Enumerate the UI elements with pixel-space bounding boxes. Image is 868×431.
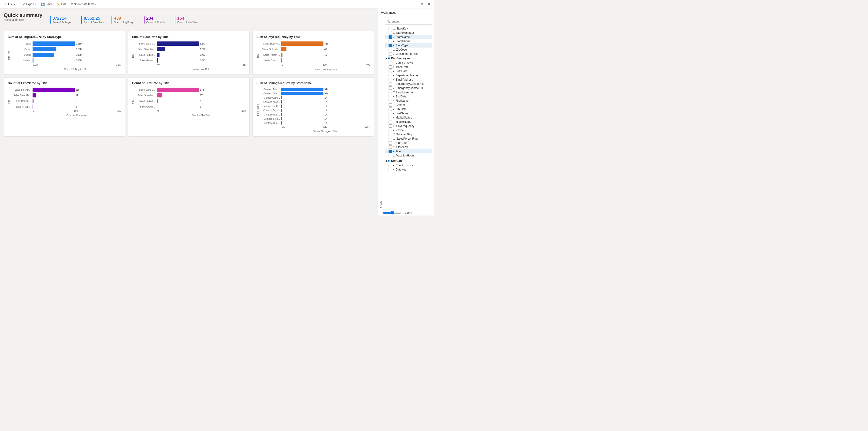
field-employeekey[interactable]: ΣEmployeeKey — [385, 90, 432, 94]
checkbox[interactable] — [389, 69, 392, 73]
field-storephone[interactable]: ▪StorePhone — [385, 39, 432, 43]
checkbox[interactable]: ✓ — [389, 44, 392, 47]
checkbox[interactable] — [389, 120, 392, 123]
field-icon: ▪ — [393, 112, 394, 115]
field-icon: ▪ — [393, 168, 394, 171]
field-storetype[interactable]: ✓▪StoreType — [385, 43, 432, 48]
bar-row: Sales State Ma... 19 — [11, 93, 121, 97]
checkbox[interactable] — [389, 74, 392, 77]
field-middlename[interactable]: ▪MiddleName — [385, 120, 432, 124]
window-close-button[interactable]: ✕ — [426, 2, 432, 7]
chart-content: Contoso Asia ... 94K Contoso Asia ... 94… — [260, 88, 370, 132]
kpi-indicator — [50, 16, 51, 24]
field-vacationhours[interactable]: ΣVacationHours — [385, 153, 432, 158]
field-lastname[interactable]: ▪LastName — [385, 111, 432, 116]
checkbox[interactable] — [389, 31, 392, 34]
checkbox[interactable] — [389, 112, 392, 115]
bar-value: 10 — [324, 54, 327, 56]
field-birthdate[interactable]: ▪BirthDate — [385, 69, 432, 73]
bar-container — [157, 47, 199, 51]
checkbox[interactable] — [389, 61, 392, 64]
chart-card-chart5: Count of HireDate by Title Title Sales S… — [128, 77, 250, 136]
field-emailaddress[interactable]: ▪EmailAddress — [385, 78, 432, 82]
checkbox[interactable] — [389, 133, 392, 136]
filters-tab[interactable]: Filters — [378, 17, 383, 210]
bar-row-inner: 1K — [281, 117, 327, 120]
field-icon: ▪ — [393, 116, 394, 119]
field-storename[interactable]: ✓▪StoreName — [385, 35, 432, 39]
checkbox[interactable] — [389, 48, 392, 51]
sigma-icon: Σ — [393, 66, 395, 68]
field-baserate[interactable]: ΣBaseRate — [385, 65, 432, 69]
field-maritalstatus[interactable]: ▪MaritalStatus — [385, 116, 432, 120]
kpi-item-1: 8,352.25 Sum of BaseRate — [81, 16, 104, 24]
zoom-slider[interactable] — [383, 211, 401, 215]
field-storemanager[interactable]: ΣStoreManager — [385, 31, 432, 35]
save-button[interactable]: 💾 Save — [39, 2, 54, 7]
field-emergencycontactph...[interactable]: ▪EmergencyContactPh... — [385, 86, 432, 90]
edit-button[interactable]: ✏️ Edit — [55, 2, 68, 7]
checkbox[interactable] — [389, 141, 392, 145]
field-firstname[interactable]: ▪FirstName — [385, 99, 432, 103]
checkbox[interactable] — [389, 116, 392, 119]
checkbox[interactable] — [389, 124, 392, 128]
zoom-out-button[interactable]: − — [380, 211, 382, 215]
field-count-of-rows[interactable]: ▪Count of rows — [385, 61, 432, 65]
field-departmentname[interactable]: ▪DepartmentName — [385, 73, 432, 78]
show-data-table-button[interactable]: ⊞ Show data table ▾ — [69, 2, 98, 7]
file-button[interactable]: 📄 File ▾ — [2, 2, 17, 7]
checkbox[interactable] — [389, 86, 392, 90]
checkbox[interactable] — [389, 99, 392, 102]
window-restore-button[interactable]: ⧉ — [419, 2, 425, 7]
checkbox[interactable]: ✓ — [389, 150, 392, 153]
checkbox[interactable] — [389, 154, 392, 157]
dimdate-header[interactable]: ▾⊞DimDate — [385, 159, 432, 163]
bar-row-inner: 17 — [157, 93, 203, 97]
dimemployee-header[interactable]: ▾⊞DimEmployee — [385, 56, 432, 61]
search-box[interactable]: 🔍 — [385, 19, 432, 25]
checkbox[interactable] — [389, 95, 392, 98]
bar-row-inner: 1K — [281, 109, 327, 112]
field-storekey[interactable]: ΣStoreKey — [385, 145, 432, 149]
chart-with-yaxis: Title Sales Store M... 381 Sales State M… — [256, 41, 370, 70]
field-zipcode[interactable]: ΣZipCode — [385, 48, 432, 52]
checkbox[interactable] — [389, 82, 392, 86]
field-name: BirthDate — [396, 69, 407, 73]
checkbox[interactable] — [389, 168, 392, 171]
checkbox[interactable] — [389, 129, 392, 132]
checkbox[interactable] — [389, 39, 392, 43]
checkbox[interactable] — [389, 103, 392, 106]
field-zipcodeextension[interactable]: ΣZipCodeExtension — [385, 52, 432, 56]
save-icon: 💾 — [41, 3, 45, 6]
search-input[interactable] — [391, 20, 430, 24]
checkbox[interactable] — [389, 146, 392, 149]
field-datekey[interactable]: ▪DateKey — [385, 167, 432, 172]
checkbox[interactable] — [389, 137, 392, 140]
field-salespersonflag[interactable]: ΣSalesPersonFlag — [385, 136, 432, 141]
field-count-of-rows[interactable]: ▪Count of rows — [385, 163, 432, 167]
checkbox[interactable] — [389, 78, 392, 81]
field-enddate[interactable]: ▪EndDate — [385, 94, 432, 99]
field-salariedflag[interactable]: ΣSalariedFlag — [385, 132, 432, 136]
checkbox[interactable] — [389, 65, 392, 69]
checkbox[interactable] — [389, 27, 392, 30]
bar-container — [33, 47, 75, 51]
field-hiredate[interactable]: ▪HireDate — [385, 107, 432, 111]
export-button[interactable]: ↗ Export ▾ — [21, 2, 38, 7]
axis-tick: 400 — [366, 63, 370, 66]
field-gender[interactable]: ▪Gender — [385, 103, 432, 107]
field-title[interactable]: ✓▪Title — [385, 149, 432, 153]
checkbox[interactable]: ✓ — [389, 35, 392, 39]
checkbox[interactable] — [389, 107, 392, 111]
field-emergencycontactna...[interactable]: ▪EmergencyContactNa... — [385, 82, 432, 86]
field-payfrequency[interactable]: ΣPayFrequency — [385, 124, 432, 128]
bar-value: 5 — [76, 100, 77, 102]
field-storekey[interactable]: ΣStoreKey — [385, 27, 432, 31]
zoom-in-button[interactable]: + — [402, 211, 404, 215]
field-name: StartDate — [396, 141, 407, 145]
checkbox[interactable] — [389, 52, 392, 56]
checkbox[interactable] — [389, 91, 392, 94]
field-startdate[interactable]: ▪StartDate — [385, 141, 432, 145]
field-phone[interactable]: ▪Phone — [385, 128, 432, 132]
checkbox[interactable] — [389, 164, 392, 167]
